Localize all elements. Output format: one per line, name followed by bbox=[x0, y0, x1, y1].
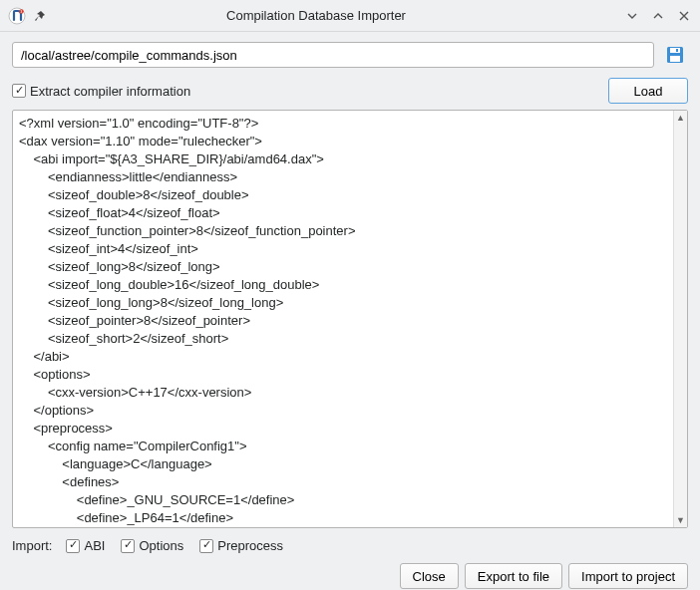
options-label: Options bbox=[139, 538, 183, 553]
abi-checkbox[interactable] bbox=[66, 539, 80, 553]
preprocess-label: Preprocess bbox=[217, 538, 283, 553]
xml-output[interactable]: <?xml version="1.0" encoding="UTF-8"?> <… bbox=[13, 111, 673, 527]
scrollbar[interactable]: ▲ ▼ bbox=[673, 111, 687, 527]
options-checkbox[interactable] bbox=[121, 539, 135, 553]
scroll-up-icon[interactable]: ▲ bbox=[674, 111, 687, 125]
svg-rect-4 bbox=[670, 48, 680, 53]
extract-checkbox-wrap[interactable]: Extract compiler information bbox=[12, 84, 600, 99]
close-icon[interactable] bbox=[676, 8, 692, 24]
abi-checkbox-wrap[interactable]: ABI bbox=[66, 538, 105, 553]
svg-rect-6 bbox=[676, 49, 678, 52]
footer-buttons: Close Export to file Import to project bbox=[12, 563, 688, 589]
export-button[interactable]: Export to file bbox=[465, 563, 562, 589]
extract-checkbox[interactable] bbox=[12, 84, 26, 98]
titlebar: 3 Compilation Database Importer bbox=[0, 0, 700, 32]
save-icon[interactable] bbox=[662, 42, 688, 68]
abi-label: ABI bbox=[84, 538, 105, 553]
options-checkbox-wrap[interactable]: Options bbox=[121, 538, 183, 553]
preprocess-checkbox-wrap[interactable]: Preprocess bbox=[199, 538, 283, 553]
xml-output-box: <?xml version="1.0" encoding="UTF-8"?> <… bbox=[12, 110, 688, 528]
scroll-down-icon[interactable]: ▼ bbox=[674, 513, 687, 527]
preprocess-checkbox[interactable] bbox=[199, 539, 213, 553]
svg-rect-5 bbox=[670, 56, 680, 62]
import-project-button[interactable]: Import to project bbox=[568, 563, 688, 589]
window-title: Compilation Database Importer bbox=[8, 8, 624, 23]
window-controls bbox=[624, 8, 692, 24]
maximize-icon[interactable] bbox=[650, 8, 666, 24]
extract-label: Extract compiler information bbox=[30, 84, 190, 99]
import-label: Import: bbox=[12, 538, 52, 553]
minimize-icon[interactable] bbox=[624, 8, 640, 24]
close-button[interactable]: Close bbox=[400, 563, 459, 589]
path-input[interactable] bbox=[12, 42, 654, 68]
load-button[interactable]: Load bbox=[608, 78, 688, 104]
import-row: Import: ABI Options Preprocess bbox=[12, 538, 688, 553]
